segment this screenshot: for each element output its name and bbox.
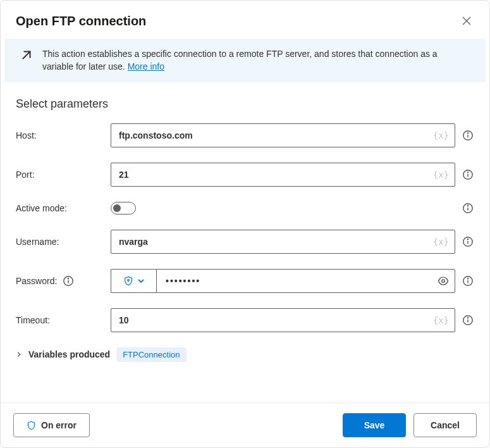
active-mode-toggle[interactable] bbox=[111, 202, 136, 215]
svg-point-19 bbox=[442, 279, 445, 282]
host-input[interactable] bbox=[111, 123, 455, 147]
eye-icon[interactable] bbox=[438, 275, 449, 287]
toggle-knob bbox=[113, 204, 121, 212]
section-title: Select parameters bbox=[16, 97, 474, 111]
info-text-body: This action establishes a specific conne… bbox=[42, 49, 438, 72]
row-port: Port: {x} bbox=[16, 163, 474, 187]
port-info-icon[interactable] bbox=[462, 169, 474, 180]
close-icon bbox=[462, 16, 472, 26]
variables-produced-row[interactable]: Variables produced FTPConnection bbox=[16, 347, 474, 362]
password-label-info-icon[interactable] bbox=[62, 275, 75, 287]
dialog-header: Open FTP connection bbox=[1, 1, 489, 39]
port-input[interactable] bbox=[111, 163, 455, 187]
svg-point-8 bbox=[467, 171, 468, 172]
password-label: Password: bbox=[16, 275, 111, 287]
timeout-info-icon[interactable] bbox=[462, 314, 474, 326]
row-username: Username: {x} bbox=[16, 230, 474, 254]
host-label: Host: bbox=[16, 130, 111, 140]
dialog: Open FTP connection This action establis… bbox=[0, 0, 490, 448]
variables-produced-label: Variables produced bbox=[28, 349, 110, 359]
more-info-link[interactable]: More info bbox=[128, 61, 164, 72]
dialog-title: Open FTP connection bbox=[16, 14, 146, 28]
row-host: Host: {x} bbox=[16, 123, 474, 147]
port-label: Port: bbox=[16, 170, 111, 180]
shield-outline-icon bbox=[27, 421, 36, 430]
close-button[interactable] bbox=[459, 13, 474, 28]
svg-line-2 bbox=[23, 52, 30, 59]
save-button[interactable]: Save bbox=[343, 413, 406, 437]
row-timeout: Timeout: {x} bbox=[16, 308, 474, 332]
info-banner: This action establishes a specific conne… bbox=[4, 39, 486, 82]
variable-chip[interactable]: FTPConnection bbox=[116, 347, 186, 362]
chevron-right-icon bbox=[16, 351, 22, 358]
arrow-icon bbox=[20, 48, 34, 62]
password-label-text: Password: bbox=[16, 276, 57, 286]
on-error-button[interactable]: On error bbox=[13, 413, 90, 437]
username-label: Username: bbox=[16, 237, 111, 247]
svg-point-18 bbox=[127, 279, 129, 281]
info-text: This action establishes a specific conne… bbox=[42, 47, 470, 73]
password-input[interactable] bbox=[156, 269, 455, 293]
host-info-icon[interactable] bbox=[462, 130, 474, 141]
username-info-icon[interactable] bbox=[462, 236, 474, 247]
svg-point-17 bbox=[68, 278, 69, 278]
svg-point-11 bbox=[467, 205, 468, 206]
active-mode-label: Active mode: bbox=[16, 203, 111, 213]
row-active-mode: Active mode: bbox=[16, 202, 474, 215]
timeout-input[interactable] bbox=[111, 308, 455, 332]
on-error-label: On error bbox=[41, 420, 77, 430]
shield-icon bbox=[123, 276, 133, 286]
row-password: Password: bbox=[16, 269, 474, 293]
content: Select parameters Host: {x} Port: {x} bbox=[1, 82, 489, 402]
chevron-down-icon bbox=[137, 277, 145, 285]
password-type-dropdown[interactable] bbox=[111, 269, 156, 293]
svg-point-5 bbox=[467, 132, 468, 133]
timeout-label: Timeout: bbox=[16, 315, 111, 325]
dialog-footer: On error Save Cancel bbox=[1, 402, 489, 447]
username-input[interactable] bbox=[111, 230, 455, 254]
active-mode-info-icon[interactable] bbox=[462, 202, 474, 214]
svg-point-25 bbox=[467, 317, 468, 318]
svg-point-22 bbox=[467, 278, 468, 278]
password-info-icon[interactable] bbox=[462, 275, 474, 287]
cancel-button[interactable]: Cancel bbox=[413, 413, 477, 437]
svg-point-14 bbox=[467, 239, 468, 239]
